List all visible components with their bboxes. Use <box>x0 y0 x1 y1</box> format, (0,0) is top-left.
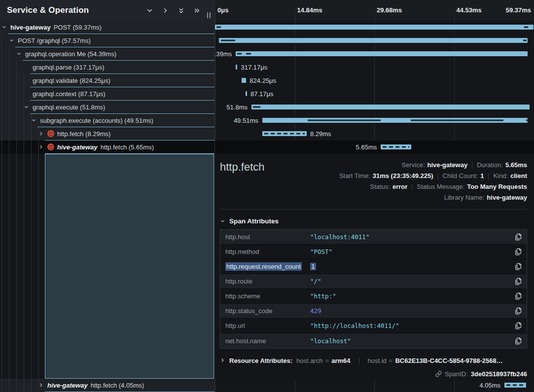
span-timeline-row[interactable]: 8.29ms <box>215 127 534 141</box>
attribute-row[interactable]: http.method"POST" <box>220 245 527 259</box>
expand-chevron-icon[interactable] <box>9 38 14 43</box>
chevron-down-button[interactable] <box>146 7 153 14</box>
span-timeline-row[interactable]: 4.05ms <box>215 379 534 392</box>
indent-guide <box>1 34 2 392</box>
axis-tick-label: 44.53ms <box>457 6 482 14</box>
span-bar[interactable] <box>251 105 530 109</box>
service-name: hive-gateway <box>10 24 51 31</box>
span-tree-row[interactable]: graphql.context (87.17μs) <box>0 87 214 101</box>
span-timeline-row[interactable]: 87.17μs <box>215 87 534 101</box>
attribute-row[interactable]: http.host"localhost:4011" <box>220 230 527 245</box>
span-timeline-row[interactable]: 5.65ms <box>215 141 534 154</box>
span-timeline-row[interactable]: 49.51ms <box>215 114 534 127</box>
span-meta: Service:hive-gatewayDuration:5.65msStart… <box>339 160 527 203</box>
span-tree-row[interactable]: !hive-gatewayhttp.fetch (5.65ms) <box>0 141 214 154</box>
span-bar[interactable] <box>215 25 534 30</box>
expand-chevron-icon[interactable] <box>38 131 44 137</box>
span-timeline-row[interactable] <box>215 21 534 34</box>
span-bar[interactable] <box>242 78 246 83</box>
chevron-right-button[interactable] <box>162 7 169 14</box>
chevron-right-icon <box>220 357 225 363</box>
span-bar[interactable] <box>381 144 411 149</box>
span-tree-row-inner: subgraph.execute (accounts) (49.51ms) <box>37 114 214 127</box>
child-span-mark <box>221 40 235 41</box>
span-tree-row[interactable]: hive-gatewayPOST (59.37ms) <box>0 21 214 34</box>
span-tree-row[interactable]: graphql.parse (317.17μs) <box>0 61 214 74</box>
attribute-row[interactable]: http.route"/" <box>220 274 527 289</box>
chevron-down-icon <box>31 118 36 123</box>
meta-line: Service:hive-gatewayDuration:5.65ms <box>339 160 527 171</box>
timeline-axis: 0μs14.84ms29.68ms44.53ms59.37ms <box>215 0 534 21</box>
copy-icon <box>515 307 522 315</box>
resource-attribute: host.arch=arm64 <box>296 357 350 364</box>
span-timeline-row[interactable]: 824.25μs <box>215 74 534 87</box>
copy-button[interactable] <box>510 322 527 329</box>
span-tree-row[interactable]: graphql.validate (824.25μs) <box>0 74 214 87</box>
copy-button[interactable] <box>510 307 527 315</box>
attribute-row[interactable]: http.url"http://localhost:4011/" <box>220 319 527 333</box>
grid-line <box>295 13 295 21</box>
meta-value: 31ms (23:35:49.225) <box>373 171 433 181</box>
span-bar[interactable] <box>504 383 526 388</box>
axis-tick-label: 59.37ms <box>506 6 531 14</box>
span-tree-row[interactable]: graphql.operation Me (54.39ms) <box>0 47 214 61</box>
span-bar[interactable] <box>262 131 307 136</box>
span-timeline-row[interactable]: 57.57ms <box>215 34 534 47</box>
meta-label: Child Count: <box>443 171 478 181</box>
chevron-down-icon <box>24 105 29 110</box>
span-timeline-row[interactable]: 317.17μs <box>215 61 534 74</box>
resource-attributes-row[interactable]: Resource Attributes:host.arch=arm64host.… <box>220 355 527 366</box>
resource-value: arm64 <box>331 357 350 364</box>
chevron-down-icon <box>9 38 14 43</box>
copy-button[interactable] <box>510 278 527 285</box>
meta-label: Service: <box>402 160 425 171</box>
attribute-value: 1 <box>310 263 510 270</box>
span-tree-row[interactable]: graphql.execute (51.8ms) <box>0 101 214 114</box>
selected-text: 1 <box>310 263 316 270</box>
span-tree-row[interactable]: POST /graphql (57.57ms) <box>0 34 214 47</box>
copy-button[interactable] <box>510 248 527 255</box>
expand-chevron-icon[interactable] <box>24 105 29 110</box>
expand-chevron-icon[interactable] <box>38 144 44 150</box>
attribute-row[interactable]: net.host.name"localhost" <box>220 333 527 348</box>
span-bar[interactable] <box>219 38 528 43</box>
expand-chevron-icon[interactable] <box>1 25 7 30</box>
expand-chevron-icon[interactable] <box>16 51 22 57</box>
span-tree-row[interactable]: hive-gatewayhttp.fetch (4.05ms) <box>0 379 214 392</box>
copy-icon <box>515 248 522 255</box>
copy-button[interactable] <box>510 233 527 241</box>
resource-attributes-label: Resource Attributes: <box>229 357 292 364</box>
span-bar[interactable] <box>236 65 237 70</box>
attribute-value: "http:" <box>310 292 510 300</box>
span-bar[interactable] <box>236 51 528 56</box>
span-bar[interactable] <box>262 118 528 123</box>
span-id-footer: SpanID: 3de02518937fb246 <box>220 368 527 379</box>
span-timeline-row[interactable]: 54.39ms <box>215 47 534 61</box>
copy-button[interactable] <box>510 337 527 345</box>
copy-icon <box>515 263 522 270</box>
span-id-label: SpanID: <box>445 370 468 378</box>
operation-label: graphql.execute (51.8ms) <box>33 104 105 111</box>
chevrons-down-button[interactable] <box>178 7 185 14</box>
expand-chevron-icon[interactable] <box>31 118 36 123</box>
attribute-row[interactable]: http.scheme"http:" <box>220 289 527 304</box>
operation-label: graphql.context (87.17μs) <box>33 90 106 98</box>
tree-header: Service & Operation <box>0 0 214 21</box>
copy-button[interactable] <box>510 292 527 300</box>
expand-chevron-icon[interactable] <box>38 383 44 388</box>
copy-button[interactable] <box>510 263 527 270</box>
trace-viewer: Service & Operation hive-gatewayPOST (59… <box>0 0 534 392</box>
selected-span-expanded-region <box>45 154 214 379</box>
chevron-down-icon <box>1 25 7 30</box>
attribute-row[interactable]: http.status_code429 <box>220 304 527 319</box>
span-bar[interactable] <box>246 91 247 96</box>
span-timeline-row[interactable]: 51.8ms <box>215 101 534 114</box>
span-tree-row[interactable]: subgraph.execute (accounts) (49.51ms) <box>0 114 214 127</box>
meta-label: Duration: <box>477 160 503 171</box>
attribute-value: "localhost:4011" <box>310 233 510 241</box>
attribute-row[interactable]: http.request.resend_count1 <box>220 259 527 274</box>
span-attributes-header[interactable]: Span Attributes <box>220 216 527 225</box>
chevrons-right-button[interactable] <box>193 7 201 14</box>
span-tree-row[interactable]: !http.fetch (8.29ms) <box>0 127 214 141</box>
panel-resize-handle[interactable] <box>207 12 211 18</box>
